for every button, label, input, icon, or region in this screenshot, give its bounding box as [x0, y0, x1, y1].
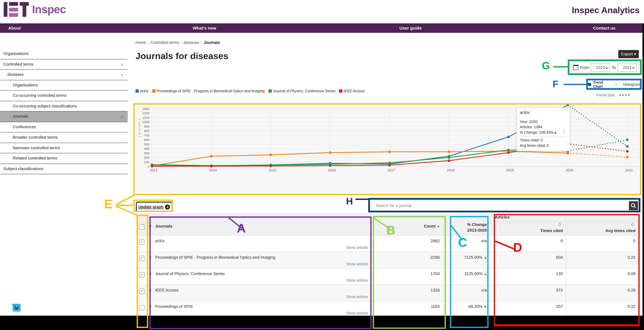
- search-input[interactable]: Search for a journal: [376, 203, 411, 208]
- column-divider: [566, 213, 566, 316]
- svg-text:2016: 2016: [328, 168, 336, 172]
- breadcrumb-home[interactable]: Home: [136, 40, 146, 45]
- breadcrumb-diseases[interactable]: diseases: [184, 40, 199, 45]
- sidebar-item-related-controlled-terms[interactable]: Related controlled terms: [0, 153, 128, 164]
- sidebar-item-organisations[interactable]: Organisations: [0, 49, 128, 59]
- col-group-articles: Articles: [495, 215, 510, 219]
- logo-letter-e: [9, 2, 18, 17]
- table-row: 5Proceedings of SPIE-48.20% ▼11632570.22…: [136, 301, 640, 317]
- to-year-select[interactable]: 2021: [618, 63, 637, 72]
- svg-text:700: 700: [144, 134, 150, 137]
- avg-times-cited-value: 0.22: [628, 255, 636, 259]
- histogram-radio[interactable]: [615, 83, 618, 86]
- legend-item[interactable]: IEEE Access: [339, 89, 365, 93]
- times-cited-value: 504: [556, 255, 563, 259]
- down-triangle-icon: ▼: [484, 305, 487, 309]
- export-button[interactable]: Export ▾: [618, 50, 639, 58]
- trend-chart-radio[interactable]: [588, 83, 591, 86]
- breadcrumb-controlled-terms[interactable]: Controlled terms: [150, 40, 179, 45]
- histogram-label[interactable]: Histogram: [623, 82, 640, 86]
- calendar-icon: [573, 65, 578, 70]
- select-all-checkbox[interactable]: -: [139, 224, 144, 230]
- annotation-letter-h: H: [346, 197, 353, 206]
- page-title: Journals for diseases: [136, 51, 228, 61]
- show-articles-link[interactable]: Show articles: [346, 311, 368, 315]
- show-articles-link[interactable]: Show articles: [346, 262, 368, 266]
- row-checkbox[interactable]: ✓: [139, 289, 144, 294]
- legend-item[interactable]: arXiv: [136, 89, 148, 93]
- journal-search: Search for a journal: [371, 200, 639, 211]
- iet-inspec-logo-icon[interactable]: Inspec: [4, 2, 66, 18]
- svg-text:2020: 2020: [566, 168, 573, 172]
- sidebar-item-controlled-terms[interactable]: Controlled terms›: [0, 59, 128, 70]
- svg-text:1300: 1300: [142, 107, 150, 111]
- show-articles-link[interactable]: Show articles: [346, 295, 368, 299]
- table-header: - # Journals Count ▼ % Change 2013-2020 …: [136, 213, 640, 235]
- trend-chart-label[interactable]: Trend Chart: [593, 80, 613, 88]
- from-label: From: [580, 65, 589, 70]
- legend-swatch-icon: [268, 89, 272, 93]
- row-checkbox[interactable]: ✓: [139, 239, 144, 245]
- sidebar-item-subject-classifications[interactable]: Subject classifications: [0, 164, 128, 174]
- sidebar-item-narrower-controlled-terms[interactable]: Narrower controlled terms: [0, 143, 128, 153]
- svg-text:2013: 2013: [150, 168, 157, 172]
- export-caret-icon: ▾: [634, 52, 636, 56]
- svg-text:0: 0: [148, 165, 150, 168]
- count-value: 2862: [430, 239, 440, 243]
- count-value: 1163: [431, 304, 440, 309]
- nav-user-guide[interactable]: User guide: [399, 23, 422, 33]
- up-triangle-icon: ▲: [484, 272, 487, 276]
- table-row: ✓2Proceedings of SPIE - Progress in Biom…: [136, 252, 640, 268]
- gem-icon: ♢: [558, 222, 562, 227]
- chevron-right-icon: ›: [121, 112, 123, 122]
- sidebar-item-journals[interactable]: Journals›: [0, 112, 128, 122]
- svg-text:1200: 1200: [142, 111, 150, 115]
- journal-name: Proceedings of SPIE: [155, 304, 193, 309]
- row-number: 2: [149, 255, 151, 259]
- nav-about[interactable]: About: [8, 23, 20, 33]
- show-articles-link[interactable]: Show articles: [346, 278, 368, 283]
- svg-text:2014: 2014: [209, 168, 217, 172]
- row-number: 4: [149, 288, 151, 292]
- legend-item[interactable]: Journal of Physics: Conference Series: [268, 89, 336, 93]
- svg-text:2017: 2017: [388, 168, 395, 172]
- row-checkbox[interactable]: [139, 305, 144, 311]
- svg-text:2015: 2015: [268, 168, 276, 172]
- chat-widget-icon[interactable]: [13, 304, 20, 311]
- avg-times-cited-value: 0.22: [628, 304, 636, 309]
- sidebar-item-conferences[interactable]: Conferences: [0, 122, 128, 133]
- sidebar-item-diseases[interactable]: diseases›: [0, 70, 128, 80]
- sidebar-item-broader-controlled-terms[interactable]: Broader controlled terms: [0, 132, 128, 143]
- row-checkbox[interactable]: ✓: [139, 272, 144, 278]
- sidebar-item-organisations[interactable]: Organisations: [0, 80, 128, 91]
- journal-name: Journal of Physics: Conference Series: [155, 271, 225, 276]
- update-graph-button[interactable]: Update graph 4: [136, 202, 172, 212]
- column-divider: [371, 213, 371, 316]
- search-icon: [629, 201, 638, 210]
- search-button[interactable]: [629, 201, 638, 210]
- svg-text:400: 400: [144, 147, 150, 151]
- col-count[interactable]: Count ▼: [424, 224, 440, 228]
- svg-text:1000: 1000: [142, 120, 150, 124]
- table-row: ✓3Journal of Physics: Conference Series1…: [136, 268, 640, 285]
- svg-text:900: 900: [144, 125, 150, 128]
- legend-item[interactable]: Proceedings of SPIE - Progress in Biomed…: [152, 89, 265, 93]
- nav-whats-new[interactable]: What's new: [193, 23, 216, 33]
- svg-text:100: 100: [144, 160, 150, 164]
- chevron-right-icon: ›: [121, 70, 123, 80]
- sidebar: OrganisationsControlled terms›diseases›O…: [0, 49, 128, 174]
- show-articles-link[interactable]: Show articles: [346, 246, 368, 250]
- column-divider: [443, 213, 444, 316]
- row-checkbox[interactable]: ✓: [139, 256, 144, 261]
- gem-icon: ♢: [562, 129, 566, 135]
- count-value: 2290: [430, 255, 440, 259]
- sidebar-item-co-occurring-subject-classifications[interactable]: Co-occurring subject classifications: [0, 101, 128, 112]
- sidebar-item-co-occurring-controlled-terms[interactable]: Co-occurring controlled terms: [0, 91, 128, 101]
- chevron-down-icon: [605, 65, 608, 69]
- table-row: ✓1arXivn/a286200Show articles: [136, 235, 640, 252]
- partial-data-indicator: Partial data: [596, 93, 630, 97]
- times-cited-value: 372: [556, 288, 563, 292]
- nav-contact-us[interactable]: Contact us: [593, 23, 616, 33]
- times-cited-value: 133: [556, 271, 563, 276]
- from-year-select[interactable]: 2013: [591, 63, 610, 72]
